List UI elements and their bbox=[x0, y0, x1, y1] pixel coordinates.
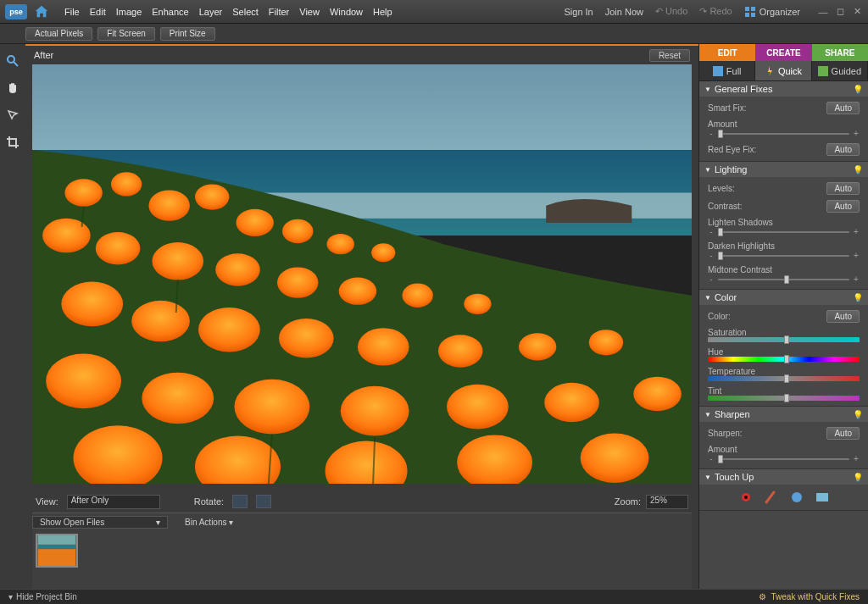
rotate-cw-button[interactable] bbox=[256, 495, 271, 508]
organizer-button[interactable]: Organizer bbox=[744, 6, 800, 18]
smart-fix-amount-slider[interactable]: -+ bbox=[708, 129, 860, 138]
reset-button[interactable]: Reset bbox=[649, 49, 690, 62]
menu-edit[interactable]: Edit bbox=[90, 7, 106, 17]
darken-slider[interactable]: -+ bbox=[708, 251, 860, 260]
svg-point-37 bbox=[447, 385, 509, 429]
whiten-teeth-tool-icon[interactable] bbox=[764, 490, 779, 505]
sharpen-amount-slider[interactable]: -+ bbox=[708, 454, 860, 463]
menu-enhance[interactable]: Enhance bbox=[152, 7, 188, 17]
svg-point-4 bbox=[8, 56, 14, 63]
menu-view[interactable]: View bbox=[299, 7, 320, 17]
minimize-button[interactable]: — bbox=[817, 7, 829, 17]
tip-icon[interactable]: 💡 bbox=[853, 165, 863, 175]
menu-filter[interactable]: Filter bbox=[269, 7, 289, 17]
darken-label: Darken Highlights bbox=[708, 241, 775, 251]
sharpen-auto-button[interactable]: Auto bbox=[826, 427, 860, 440]
home-icon[interactable] bbox=[32, 3, 51, 21]
menu-select[interactable]: Select bbox=[232, 7, 259, 17]
panel-head-sharpen[interactable]: ▼Sharpen💡 bbox=[699, 407, 868, 422]
status-tip: Tweak with Quick Fixes bbox=[771, 592, 860, 601]
contrast-auto-button[interactable]: Auto bbox=[826, 200, 860, 213]
gear-icon[interactable]: ⚙ bbox=[759, 592, 766, 601]
color-auto-button[interactable]: Auto bbox=[826, 310, 860, 323]
sharpen-amount-label: Amount bbox=[708, 445, 737, 454]
sign-in-link[interactable]: Sign In bbox=[564, 7, 593, 17]
svg-point-30 bbox=[438, 335, 483, 367]
svg-point-18 bbox=[96, 232, 141, 264]
bin-filter-select[interactable]: Show Open Files▾ bbox=[32, 516, 168, 529]
tool-strip bbox=[0, 44, 25, 589]
sub-tab-guided[interactable]: Guided bbox=[812, 61, 868, 80]
tip-icon[interactable]: 💡 bbox=[853, 473, 863, 482]
rotate-ccw-button[interactable] bbox=[232, 495, 248, 508]
saturation-slider[interactable] bbox=[708, 337, 860, 342]
join-now-link[interactable]: Join Now bbox=[605, 7, 643, 17]
mode-tab-create[interactable]: CREATE bbox=[755, 44, 811, 61]
options-toolbar: Actual Pixels Fit Screen Print Size bbox=[0, 24, 868, 44]
menu-items: File Edit Image Enhance Layer Select Fil… bbox=[64, 7, 392, 17]
amount-label: Amount bbox=[708, 119, 737, 129]
rotate-label: Rotate: bbox=[194, 496, 224, 507]
menu-file[interactable]: File bbox=[64, 7, 80, 17]
panel-head-general[interactable]: ▼General Fixes💡 bbox=[699, 81, 868, 97]
svg-point-11 bbox=[148, 190, 189, 220]
image-viewport[interactable] bbox=[32, 64, 692, 484]
menu-window[interactable]: Window bbox=[330, 7, 363, 17]
bin-actions[interactable]: Bin Actions ▾ bbox=[185, 518, 233, 527]
menu-layer[interactable]: Layer bbox=[199, 7, 223, 17]
red-eye-auto-button[interactable]: Auto bbox=[826, 143, 860, 156]
panel-head-touchup[interactable]: ▼Touch Up💡 bbox=[699, 469, 868, 485]
close-button[interactable]: ✕ bbox=[851, 7, 863, 17]
midtone-label: Midtone Contrast bbox=[708, 265, 772, 274]
black-white-tool-icon[interactable] bbox=[815, 490, 830, 505]
svg-rect-2 bbox=[745, 13, 749, 17]
panel-head-color[interactable]: ▼Color💡 bbox=[699, 290, 868, 305]
red-eye-tool-icon[interactable] bbox=[738, 490, 754, 505]
tip-icon[interactable]: 💡 bbox=[853, 85, 863, 94]
after-label: After bbox=[34, 50, 53, 60]
bin-thumbnail[interactable] bbox=[36, 534, 78, 568]
svg-point-26 bbox=[131, 301, 190, 341]
hue-slider[interactable] bbox=[708, 357, 860, 362]
fit-screen-button[interactable]: Fit Screen bbox=[97, 27, 155, 41]
svg-point-19 bbox=[152, 242, 203, 280]
maximize-button[interactable]: ◻ bbox=[834, 7, 846, 17]
menu-help[interactable]: Help bbox=[373, 7, 392, 17]
blue-sky-tool-icon[interactable] bbox=[789, 490, 804, 505]
quick-select-tool-icon[interactable] bbox=[4, 107, 21, 124]
hide-project-bin[interactable]: Hide Project Bin bbox=[16, 592, 77, 601]
status-bar: ▾Hide Project Bin ⚙Tweak with Quick Fixe… bbox=[0, 589, 868, 604]
levels-auto-button[interactable]: Auto bbox=[826, 182, 860, 195]
lighten-slider[interactable]: -+ bbox=[708, 227, 860, 236]
undo-button[interactable]: ↶ Undo bbox=[655, 6, 687, 17]
zoom-select[interactable]: 25% bbox=[646, 495, 688, 509]
svg-point-55 bbox=[744, 496, 748, 499]
svg-point-21 bbox=[277, 267, 318, 297]
svg-rect-57 bbox=[816, 493, 828, 501]
panel-head-lighting[interactable]: ▼Lighting💡 bbox=[699, 162, 868, 177]
svg-point-25 bbox=[61, 282, 123, 327]
tint-slider[interactable] bbox=[708, 396, 860, 401]
sub-tab-full[interactable]: Full bbox=[699, 61, 755, 80]
tip-icon[interactable]: 💡 bbox=[853, 293, 863, 302]
view-select[interactable]: After Only bbox=[67, 495, 160, 509]
print-size-button[interactable]: Print Size bbox=[160, 27, 215, 41]
temperature-slider[interactable] bbox=[708, 376, 860, 381]
mode-tab-share[interactable]: SHARE bbox=[812, 44, 868, 61]
smart-fix-auto-button[interactable]: Auto bbox=[826, 102, 860, 114]
svg-point-9 bbox=[64, 179, 102, 206]
svg-point-28 bbox=[279, 319, 334, 357]
svg-point-20 bbox=[215, 253, 260, 285]
crop-tool-icon[interactable] bbox=[4, 134, 21, 151]
sub-tab-quick[interactable]: Quick bbox=[755, 61, 811, 80]
redo-button[interactable]: ↷ Redo bbox=[699, 6, 732, 17]
zoom-tool-icon[interactable] bbox=[4, 53, 21, 69]
menu-image[interactable]: Image bbox=[116, 7, 142, 17]
midtone-slider[interactable]: -+ bbox=[708, 274, 860, 284]
mode-tab-edit[interactable]: EDIT bbox=[699, 44, 755, 61]
svg-point-22 bbox=[339, 278, 376, 305]
tip-icon[interactable]: 💡 bbox=[853, 410, 863, 419]
color-label: Color: bbox=[708, 312, 767, 321]
hand-tool-icon[interactable] bbox=[4, 80, 21, 97]
actual-pixels-button[interactable]: Actual Pixels bbox=[25, 27, 92, 41]
